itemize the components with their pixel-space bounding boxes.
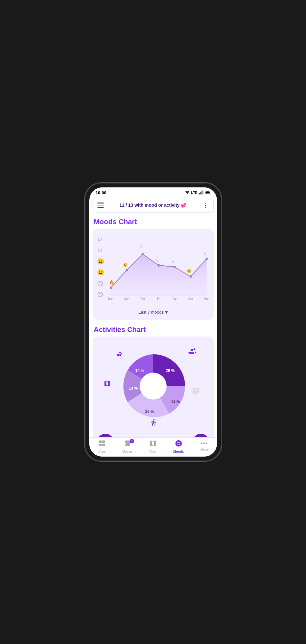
more-options-button[interactable]: ⋮ (202, 201, 209, 209)
moods-chart-title: Moods Chart (94, 218, 214, 226)
bottom-nav: Clips 1 Movies Map Moods (89, 437, 217, 457)
phone-screen: 10:00 LTE (89, 187, 217, 457)
more-label: More (200, 448, 208, 451)
svg-point-6 (109, 287, 112, 289)
svg-text:Sat: Sat (173, 297, 177, 301)
scroll-content: Moods Chart ☺ ☺ 😐 😐 ☹ ☹ (89, 215, 217, 437)
movies-badge: 1 (130, 439, 134, 443)
svg-text:🔥: 🔥 (109, 280, 114, 285)
status-icons: LTE (185, 190, 211, 195)
svg-point-33 (140, 373, 167, 400)
moods-chart-area: ☺ ☺ 😐 😐 ☹ ☹ (97, 233, 209, 307)
svg-text:♡: ♡ (140, 245, 143, 250)
more-nav-icon: ••• (201, 440, 208, 447)
map-nav-icon (149, 440, 157, 449)
svg-rect-3 (202, 190, 203, 194)
svg-point-11 (189, 275, 192, 278)
svg-text:😐: 😐 (123, 262, 127, 267)
svg-point-10 (173, 266, 176, 268)
activities-chart-area: 🤍 29 % 14 % (97, 341, 209, 431)
mood-labels: ☺ ☺ 😐 😐 ☹ ☹ (97, 236, 104, 298)
svg-point-8 (142, 253, 144, 255)
svg-point-12 (205, 258, 208, 260)
svg-text:Thu: Thu (140, 297, 145, 301)
moods-line-chart: ♡ ☺ ☺ 😐 😐 ☺ 🔥 Mon Wed Thu (108, 233, 209, 301)
page-title: 11 / 13 with mood or activity 💕 (104, 203, 202, 208)
fab-area: ✂ (93, 434, 214, 437)
svg-rect-2 (202, 191, 202, 194)
status-bar: 10:00 LTE (89, 187, 217, 196)
svg-text:Fri: Fri (157, 297, 160, 301)
svg-text:☺: ☺ (203, 251, 207, 256)
nav-item-moods[interactable]: Moods (171, 440, 187, 453)
mood-emoji-2: 😐 (97, 270, 104, 275)
svg-text:14 %: 14 % (135, 368, 144, 373)
activities-chart-title: Activities Chart (94, 326, 214, 334)
moods-dropdown[interactable]: Last 7 moods ▾ (97, 309, 209, 315)
chevron-down-icon: ▾ (165, 309, 168, 315)
clips-label: Clips (98, 450, 105, 453)
svg-text:☺: ☺ (155, 258, 159, 262)
top-app-bar: 11 / 13 with mood or activity 💕 ⋮ (93, 198, 214, 213)
status-time: 10:00 (96, 190, 106, 195)
movies-label: Movies (122, 450, 133, 453)
svg-point-7 (125, 269, 128, 271)
scissors-fab-button[interactable]: ✂ (97, 434, 114, 437)
moods-chart-card: ☺ ☺ 😐 😐 ☹ ☹ (93, 229, 214, 320)
heart-icon: 🤍 (191, 388, 200, 396)
mood-emoji-3: 😐 (97, 259, 104, 264)
wifi-icon (185, 190, 190, 195)
video-fab-button[interactable] (192, 434, 209, 437)
mood-emoji-1: ☹ (97, 281, 104, 287)
nav-item-map[interactable]: Map (145, 440, 161, 453)
svg-text:Sun: Sun (188, 297, 193, 301)
battery-icon (205, 190, 211, 195)
lte-label: LTE (191, 191, 198, 194)
svg-point-9 (157, 264, 160, 267)
moods-label: Moods (173, 450, 184, 453)
svg-rect-0 (199, 193, 200, 194)
svg-text:29 %: 29 % (166, 368, 175, 373)
map-label: Map (150, 450, 156, 453)
nav-item-clips[interactable]: Clips (94, 440, 110, 453)
nav-item-more[interactable]: ••• More (196, 440, 212, 453)
svg-text:14 %: 14 % (129, 386, 138, 391)
svg-text:14 %: 14 % (171, 400, 180, 404)
mood-emoji-4: ☺ (97, 247, 104, 253)
svg-rect-5 (206, 192, 209, 194)
clips-icon (98, 440, 106, 449)
svg-text:29 %: 29 % (145, 409, 154, 414)
svg-text:Mon: Mon (108, 297, 113, 301)
svg-rect-1 (200, 192, 201, 194)
svg-text:Wed: Wed (124, 297, 129, 301)
mood-emoji-0: ☹ (97, 292, 104, 298)
signal-icon (199, 190, 204, 195)
activities-chart-card: 🤍 29 % 14 % (93, 336, 214, 437)
phone-frame: 10:00 LTE (85, 184, 221, 460)
map-icon (104, 380, 111, 389)
moods-nav-icon (175, 440, 183, 449)
activities-pie-chart: 29 % 14 % 29 % 14 % (118, 351, 189, 421)
nav-item-movies[interactable]: 1 Movies (119, 440, 135, 453)
hamburger-menu-button[interactable] (97, 201, 104, 209)
svg-text:Mon: Mon (204, 297, 209, 301)
svg-text:😐: 😐 (187, 268, 192, 273)
mood-emoji-5: ☺ (97, 236, 104, 242)
people-icon (187, 347, 196, 357)
svg-text:☺: ☺ (171, 259, 175, 264)
moods-dropdown-label: Last 7 moods (138, 310, 163, 315)
